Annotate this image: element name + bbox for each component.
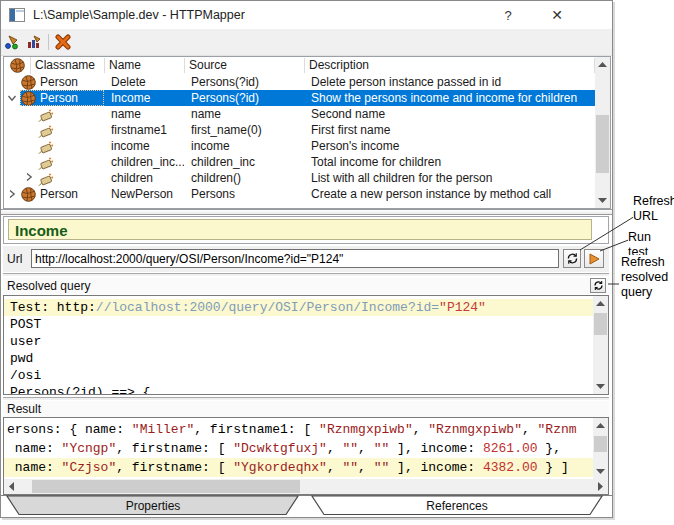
scroll-up-icon[interactable]	[593, 418, 608, 433]
scrollbar-thumb[interactable]	[594, 436, 607, 452]
scroll-up-icon[interactable]	[595, 57, 610, 72]
table-row[interactable]: childrenchildren()List with all children…	[4, 170, 595, 186]
table-row[interactable]: incomeincomePerson's income	[4, 138, 595, 154]
scroll-down-icon[interactable]	[595, 193, 610, 208]
horizontal-splitter[interactable]	[1, 209, 612, 215]
table-row[interactable]: PersonNewPersonPersonsCreate a new perso…	[4, 186, 595, 202]
result-vertical-scrollbar[interactable]	[593, 418, 608, 479]
window-title: L:\Sample\Sample.dev - HTTPMapper	[33, 8, 245, 22]
table-row[interactable]: PersonDeletePersons(?id)Delete person in…	[4, 74, 595, 90]
help-button[interactable]: ?	[491, 1, 525, 29]
result-text: ersons: { name: "Miller", firstname1: [ …	[4, 418, 593, 479]
table-body: PersonDeletePersons(?id)Delete person in…	[4, 74, 595, 202]
resolved-query-label: Resolved query	[7, 279, 90, 293]
mapping-table: Classname Name Source Description Person…	[3, 56, 611, 209]
cell-description: List with all children for the person	[304, 170, 595, 186]
class-icon	[21, 91, 36, 106]
result-horizontal-scrollbar[interactable]	[4, 479, 608, 494]
cell-source: Persons(?id)	[184, 74, 304, 90]
groove-divider	[3, 273, 609, 277]
resolved-query-line: POST	[4, 316, 593, 333]
field-icon	[38, 139, 54, 154]
detail-panel: Income	[3, 216, 609, 244]
cell-source: first_name(0)	[184, 122, 304, 138]
title-bar: L:\Sample\Sample.dev - HTTPMapper ? ✕	[1, 1, 612, 29]
cell-source: income	[184, 138, 304, 154]
app-window: L:\Sample\Sample.dev - HTTPMapper ? ✕ Cl…	[0, 0, 613, 518]
class-icon	[4, 57, 31, 74]
refresh-url-button[interactable]	[563, 249, 581, 268]
cell-description: Delete person instance passed in id	[304, 74, 595, 90]
table-row[interactable]: children_inc...children_incTotal income …	[4, 154, 595, 170]
close-button[interactable]: ✕	[540, 1, 574, 29]
cell-name: name	[104, 106, 184, 122]
cell-name: Delete	[104, 74, 184, 90]
refresh-resolved-query-button[interactable]	[590, 278, 606, 293]
app-icon	[9, 8, 25, 22]
cell-source: children()	[184, 170, 304, 186]
url-row: Url	[3, 246, 609, 272]
result-line: name: "Czjso", firstname: [ "Ygkordeqhx"…	[4, 458, 593, 477]
cell-name: children	[104, 170, 184, 186]
column-header-description[interactable]: Description	[305, 58, 595, 73]
resolved-query-text: Test: http://localhost:2000/query/OSI/Pe…	[4, 296, 593, 394]
class-icon	[21, 75, 36, 90]
annotation-refresh-url: Refresh URL	[633, 194, 674, 224]
cell-description: Total income for children	[304, 154, 595, 170]
scroll-up-icon[interactable]	[593, 296, 608, 311]
column-header-classname[interactable]: Classname	[31, 58, 105, 73]
chevron-right-icon[interactable]	[4, 189, 20, 199]
edit-mapping-icon[interactable]	[23, 32, 45, 52]
table-header: Classname Name Source Description	[4, 57, 595, 74]
detail-title: Income	[8, 219, 592, 240]
class-icon	[21, 187, 36, 202]
resolved-query-vertical-scrollbar[interactable]	[593, 296, 608, 394]
column-header-name[interactable]: Name	[105, 58, 185, 73]
column-header-source[interactable]: Source	[185, 58, 305, 73]
cell-name: firstname1	[104, 122, 184, 138]
new-mapping-icon[interactable]	[1, 32, 23, 52]
result-header: Result	[3, 401, 609, 417]
resolved-query-line: pwd	[4, 350, 593, 367]
resolved-query-panel: Test: http://localhost:2000/query/OSI/Pe…	[3, 295, 609, 395]
table-row[interactable]: namenameSecond name	[4, 106, 595, 122]
field-icon	[38, 171, 54, 186]
resolved-query-line: Persons(?id) ==> {	[4, 384, 593, 394]
url-label: Url	[7, 252, 22, 266]
toolbar-separator	[48, 34, 49, 50]
result-line: ersons: { name: "Miller", firstname1: [ …	[4, 420, 593, 439]
cell-source: Persons(?id)	[184, 90, 304, 106]
cell-description: Second name	[304, 106, 595, 122]
annotation-refresh-resolved: Refresh resolved query	[621, 255, 668, 300]
cell-name: income	[104, 138, 184, 154]
table-row[interactable]: firstname1first_name(0)First first name	[4, 122, 595, 138]
run-test-button[interactable]	[584, 249, 604, 268]
field-icon	[38, 107, 54, 122]
table-vertical-scrollbar[interactable]	[595, 57, 610, 208]
cell-source: name	[184, 106, 304, 122]
chevron-down-icon[interactable]	[4, 93, 20, 103]
scrollbar-thumb[interactable]	[32, 480, 300, 493]
tab-properties-label[interactable]: Properties	[126, 499, 181, 513]
cell-classname: Person	[40, 187, 78, 201]
url-input[interactable]	[31, 249, 559, 268]
table-row[interactable]: PersonIncomePersons(?id)Show the persons…	[4, 90, 595, 106]
cell-name: NewPerson	[104, 186, 184, 202]
cell-description: Show the persons income and income for c…	[304, 90, 595, 106]
scrollbar-thumb[interactable]	[596, 115, 609, 173]
scroll-down-icon[interactable]	[593, 379, 608, 394]
result-label: Result	[7, 402, 41, 416]
scroll-right-icon[interactable]	[593, 479, 608, 494]
tab-references-label[interactable]: References	[426, 499, 487, 513]
chevron-right-icon[interactable]	[24, 171, 34, 185]
field-icon	[38, 155, 54, 170]
delete-icon[interactable]	[52, 32, 74, 52]
scrollbar-thumb[interactable]	[594, 313, 607, 335]
scroll-down-icon[interactable]	[593, 464, 608, 479]
cell-classname: Person	[40, 75, 78, 89]
bottom-tab-bar: Properties References	[1, 495, 612, 517]
scroll-left-icon[interactable]	[4, 479, 19, 494]
resolved-query-line: Test: http://localhost:2000/query/OSI/Pe…	[4, 299, 593, 316]
cell-name: Income	[104, 90, 184, 106]
cell-classname: Person	[40, 91, 78, 105]
